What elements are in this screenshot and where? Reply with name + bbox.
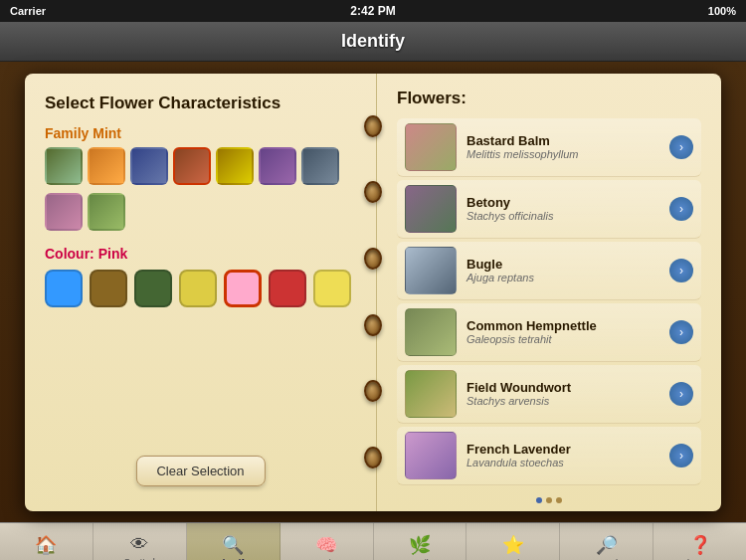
family-icon: 🌿 <box>409 534 431 556</box>
clear-selection-button[interactable]: Clear Selection <box>135 456 265 486</box>
swatch-blue[interactable] <box>45 270 83 307</box>
flower-scientific-french-lavender: Lavandula stoechas <box>466 457 669 468</box>
home-icon: 🏠 <box>35 534 57 556</box>
tab-quiz[interactable]: 🧠 Quiz <box>280 523 374 560</box>
quiz-icon: 🧠 <box>315 534 337 556</box>
scroll-dot-2 <box>546 497 552 503</box>
flower-arrow-common-hempnettle[interactable]: › <box>669 320 693 344</box>
flower-name-bastard-balm: Bastard Balm <box>466 133 669 148</box>
flower-arrow-betony[interactable]: › <box>669 197 693 221</box>
flower-arrow-field-woundwort[interactable]: › <box>669 382 693 406</box>
ring-1 <box>364 115 382 137</box>
flower-thumb-common-hempnettle <box>405 308 457 356</box>
tab-identify[interactable]: 🔍 Identify <box>187 523 280 560</box>
identify-icon: 🔍 <box>222 534 244 556</box>
colour-section: Colour: Pink <box>45 246 351 307</box>
colour-label: Colour: Pink <box>45 246 351 262</box>
main-content: Select Flower Characteristics Family Min… <box>0 62 746 522</box>
flower-info-bugle: Bugle Ajuga reptans <box>466 257 669 283</box>
flower-scientific-common-hempnettle: Galeopsis tetrahit <box>466 333 669 345</box>
flower-item-bastard-balm[interactable]: Bastard Balm Melittis melissophyllum › <box>397 118 701 177</box>
family-icon-2[interactable] <box>88 147 125 185</box>
ring-4 <box>364 314 382 336</box>
spotted-icon: 👁 <box>130 534 148 555</box>
flower-name-french-lavender: French Lavender <box>466 442 669 457</box>
flower-list: Bastard Balm Melittis melissophyllum › B… <box>397 118 701 485</box>
flower-item-bugle[interactable]: Bugle Ajuga reptans › <box>397 242 701 300</box>
status-bar: Carrier 2:42 PM 100% <box>0 0 746 22</box>
swatch-light-yellow[interactable] <box>313 270 351 307</box>
flower-thumb-field-woundwort <box>405 370 457 418</box>
family-icon-4[interactable] <box>173 147 211 185</box>
family-label: Family Mint <box>45 125 351 141</box>
flower-name-common-hempnettle: Common Hempnettle <box>466 318 669 333</box>
family-icon-grid-row2 <box>45 193 351 231</box>
flower-item-french-lavender[interactable]: French Lavender Lavandula stoechas › <box>397 427 701 485</box>
family-icon-9[interactable] <box>88 193 125 231</box>
swatch-brown[interactable] <box>90 270 127 307</box>
notebook: Select Flower Characteristics Family Min… <box>25 74 721 511</box>
family-icon-1[interactable] <box>45 147 83 185</box>
flowers-title: Flowers: <box>397 89 701 108</box>
ring-2 <box>364 181 382 203</box>
flower-thumb-bastard-balm <box>405 123 457 171</box>
flower-info-betony: Betony Stachys officinalis <box>466 195 669 222</box>
ring-binders <box>364 74 382 511</box>
flower-scientific-field-woundwort: Stachys arvensis <box>466 395 669 407</box>
flower-item-field-woundwort[interactable]: Field Woundwort Stachys arvensis › <box>397 365 701 424</box>
flower-info-bastard-balm: Bastard Balm Melittis melissophyllum <box>466 133 669 160</box>
family-icon-8[interactable] <box>45 193 83 231</box>
flower-scientific-bugle: Ajuga reptans <box>466 272 669 283</box>
flower-info-french-lavender: French Lavender Lavandula stoechas <box>466 442 669 468</box>
flower-arrow-bastard-balm[interactable]: › <box>669 135 693 159</box>
swatch-yellow[interactable] <box>179 270 217 307</box>
flower-info-common-hempnettle: Common Hempnettle Galeopsis tetrahit <box>466 318 669 345</box>
ring-6 <box>364 447 382 468</box>
flower-thumb-french-lavender <box>405 432 457 479</box>
flower-item-betony[interactable]: Betony Stachys officinalis › <box>397 180 701 239</box>
family-icon-5[interactable] <box>216 147 254 185</box>
battery-label: 100% <box>708 5 736 17</box>
carrier-label: Carrier <box>10 5 46 17</box>
flower-thumb-betony <box>405 185 457 233</box>
flower-thumb-bugle <box>405 247 457 294</box>
scroll-dot-1 <box>536 497 542 503</box>
search-icon: 🔎 <box>596 534 618 556</box>
flower-scientific-betony: Stachys officinalis <box>466 210 669 222</box>
page-title: Identify <box>341 31 405 52</box>
nav-header: Identify <box>0 22 746 62</box>
section-title: Select Flower Characteristics <box>45 93 351 113</box>
tab-home[interactable]: 🏠 Home <box>0 523 93 560</box>
tab-favorites[interactable]: ⭐ Favorites <box>466 523 560 560</box>
family-icon-3[interactable] <box>130 147 168 185</box>
ring-5 <box>364 380 382 402</box>
scroll-indicator <box>536 497 562 503</box>
family-icon-6[interactable] <box>259 147 296 185</box>
tab-search[interactable]: 🔎 Search <box>560 523 653 560</box>
scroll-dot-3 <box>556 497 562 503</box>
family-icon-7[interactable] <box>301 147 339 185</box>
colour-swatches <box>45 270 351 307</box>
time-label: 2:42 PM <box>350 4 395 18</box>
flower-item-common-hempnettle[interactable]: Common Hempnettle Galeopsis tetrahit › <box>397 303 701 362</box>
flower-scientific-bastard-balm: Melittis melissophyllum <box>466 148 669 160</box>
flower-name-field-woundwort: Field Woundwort <box>466 380 669 395</box>
right-page: Flowers: Bastard Balm Melittis melissoph… <box>377 74 721 511</box>
tab-about[interactable]: ❓ About Us <box>653 523 746 560</box>
family-icon-grid <box>45 147 351 185</box>
swatch-red[interactable] <box>269 270 306 307</box>
flower-name-bugle: Bugle <box>466 257 669 272</box>
favorites-icon: ⭐ <box>502 534 524 556</box>
flower-name-betony: Betony <box>466 195 669 210</box>
flower-info-field-woundwort: Field Woundwort Stachys arvensis <box>466 380 669 407</box>
ring-3 <box>364 248 382 270</box>
left-page: Select Flower Characteristics Family Min… <box>25 74 377 511</box>
flower-arrow-french-lavender[interactable]: › <box>669 444 693 467</box>
flower-arrow-bugle[interactable]: › <box>669 259 693 282</box>
tab-spotted[interactable]: 👁 Spotted <box>93 523 187 560</box>
swatch-dark-green[interactable] <box>134 270 172 307</box>
swatch-pink[interactable] <box>224 270 262 307</box>
about-icon: ❓ <box>689 534 711 556</box>
tab-bar: 🏠 Home 👁 Spotted 🔍 Identify 🧠 Quiz 🌿 Fam… <box>0 522 746 560</box>
tab-family[interactable]: 🌿 Family <box>374 523 467 560</box>
